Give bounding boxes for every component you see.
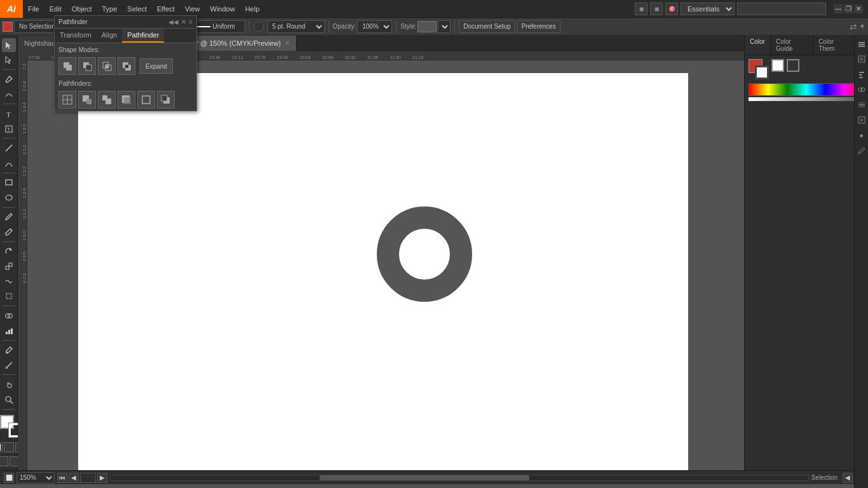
exclude-button[interactable] [118,57,135,75]
divide-button[interactable] [58,91,76,109]
color-guide-panel-tab[interactable]: Color Guide [771,36,813,55]
rectangle-tool[interactable] [2,176,16,190]
spacer [861,160,862,488]
measure-tool[interactable] [2,358,16,372]
menu-help[interactable]: Help [240,0,265,18]
pathfinder-menu[interactable]: ≡ [189,18,193,25]
expand-button[interactable]: Expand [140,58,173,74]
outline-button[interactable] [137,91,155,109]
type-tool[interactable]: T [2,107,16,121]
minus-front-button[interactable] [78,57,96,75]
menu-window[interactable]: Window [205,0,240,18]
pencil-tool[interactable] [2,225,16,239]
merge-button[interactable] [98,91,116,109]
normal-mode-btn[interactable] [0,442,3,452]
opacity-dropdown[interactable]: 100% [357,20,392,33]
pathfinder-collapse[interactable]: ◀◀ [168,18,179,25]
document-setup-button[interactable]: Document Setup [459,20,515,33]
symbols-icon[interactable]: ● [856,130,867,141]
prev-page-btn[interactable]: ◀ [69,473,79,483]
zoom-select[interactable]: 150% [17,472,55,484]
screen-mode-1[interactable] [0,456,8,466]
style-preview[interactable] [417,21,437,32]
scroll-left-btn[interactable]: ◀ [843,473,853,483]
transform-tab[interactable]: Transform [55,29,97,43]
divider-4 [329,20,329,33]
stroke-swatch[interactable] [755,65,769,79]
dark-swatch[interactable] [787,59,799,72]
workspace-selector[interactable]: Essentials [681,3,735,15]
gradient-mode-btn[interactable] [4,442,14,452]
cap-style-dropdown[interactable]: 5 pt. Round [268,20,325,33]
pen-tool[interactable] [2,72,16,86]
color-fill-swatch[interactable] [3,22,13,32]
bottom-left-icon[interactable]: ⬜ [4,473,14,483]
align-tab[interactable]: Align [97,29,122,43]
curvature-tool[interactable] [2,88,16,102]
free-transform-tool[interactable] [2,290,16,304]
unite-button[interactable] [58,57,76,75]
color-spectrum-bar[interactable] [749,97,864,101]
preferences-button[interactable]: Preferences [517,20,560,33]
scale-tool[interactable] [2,259,16,273]
svg-rect-22 [858,46,865,47]
layers-icon[interactable] [856,38,867,50]
svg-rect-7 [6,266,9,269]
trim-button[interactable] [78,91,96,109]
search-box[interactable] [737,3,826,15]
arc-tool[interactable] [2,156,16,170]
selection-tool[interactable] [2,38,16,52]
ruler-corner [18,51,27,60]
tool-separator-10 [3,409,15,410]
brushes-icon[interactable] [856,145,867,156]
transform-icon[interactable] [856,53,867,65]
stroke-panel-icon[interactable] [856,99,867,111]
warp-tool[interactable] [2,274,16,288]
close-button[interactable]: ✕ [854,4,863,13]
arrange-icon[interactable]: ⇄ [850,22,857,32]
h-scrollbar[interactable] [110,475,809,481]
area-type-tool[interactable]: T [2,122,16,136]
pathfinder-tab[interactable]: Pathfinder [122,29,164,43]
color-them-panel-tab[interactable]: Color Them [813,36,855,55]
direct-selection-tool[interactable] [2,53,16,67]
pathfinder-close[interactable]: ✕ [181,18,186,25]
tab-close-curie[interactable]: ✕ [285,39,290,46]
h-scrollbar-thumb[interactable] [320,475,529,480]
line-tool[interactable] [2,141,16,155]
hand-tool[interactable] [2,377,16,391]
minimize-button[interactable]: — [834,4,843,13]
bottom-bar: ⬜ 150% ⏮ ◀ 4 ▶ Selection ◀ ▶ [0,470,868,484]
align-icon[interactable] [856,69,867,80]
pathfinder-icon[interactable] [856,84,867,95]
options-chevron[interactable]: ▼ [859,23,865,30]
white-swatch[interactable] [771,59,784,72]
first-page-btn[interactable]: ⏮ [57,473,67,483]
svg-rect-25 [859,72,864,73]
pathfinder-panel: Pathfinder ◀◀ ✕ ≡ Transform Align Pathfi… [54,15,197,111]
intersect-button[interactable] [98,57,116,75]
style-dropdown[interactable] [438,20,451,33]
next-page-btn[interactable]: ▶ [97,473,107,483]
color-panel-tab[interactable]: Color [745,36,771,55]
page-navigation: ⏮ ◀ 4 ▶ [57,473,107,483]
minus-back-button[interactable] [157,91,175,109]
color-spectrum[interactable] [749,83,864,96]
zoom-tool[interactable] [2,393,16,407]
ellipse-tool[interactable] [2,191,16,205]
eyedropper-tool[interactable] [2,343,16,357]
page-number-input[interactable]: 4 [80,473,96,483]
crop-button[interactable] [118,91,135,109]
svg-line-19 [10,401,13,403]
ring-object[interactable] [377,207,472,302]
chart-tool[interactable] [2,324,16,338]
menu-file[interactable]: File [23,0,44,18]
paintbrush-tool[interactable] [2,210,16,224]
appearance-icon[interactable] [856,114,867,126]
shape-builder-tool[interactable] [2,309,16,323]
pathfinder-header[interactable]: Pathfinder ◀◀ ✕ ≡ [55,16,196,29]
canvas-scroll[interactable] [27,60,744,470]
maximize-button[interactable]: ❐ [844,4,853,13]
canvas-area[interactable]: 27:36 27:00 26:64 26:28 25:92 25:56 25:2… [18,51,744,470]
rotate-tool[interactable] [2,245,16,259]
